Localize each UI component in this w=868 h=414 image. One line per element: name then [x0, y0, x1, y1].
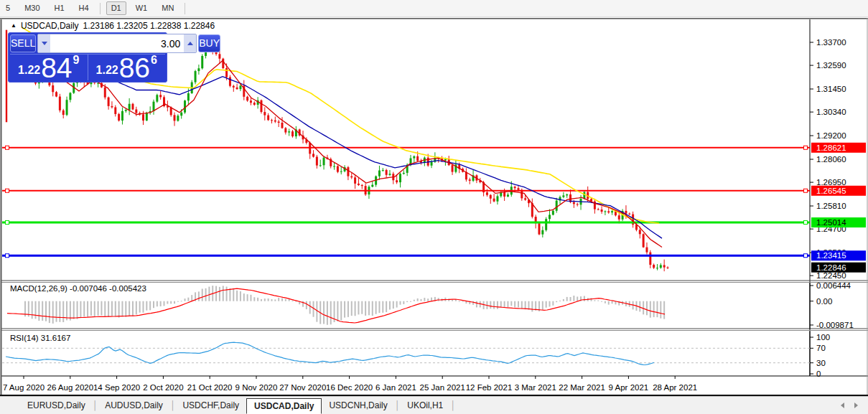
sell-price-big: 84: [41, 56, 72, 80]
buy-price-big: 86: [119, 56, 150, 80]
tab-separator: │: [450, 400, 456, 410]
tabs-scroll-left-button[interactable]: [841, 403, 844, 408]
svg-text:7 Aug 2020: 7 Aug 2020: [3, 383, 45, 392]
macd-panel[interactable]: MACD(12,26,9) -0.007046 -0.0054230.00644…: [7, 281, 854, 329]
svg-text:28 Apr 2021: 28 Apr 2021: [653, 383, 697, 392]
chart-tabs: EURUSD,Daily│AUDUSD,Daily│USDCHF,DailyUS…: [20, 397, 456, 414]
price-line-label: 1.28621: [811, 143, 866, 153]
price-line-label: 1.23415: [811, 250, 866, 260]
svg-text:70: 70: [816, 344, 826, 352]
chart-ohlc-values: 1.23186 1.23205 1.22838 1.22846: [83, 21, 215, 31]
terminal-screen: 1.337001.325901.314501.303401.292001.280…: [0, 0, 868, 414]
sell-button[interactable]: SELL: [10, 34, 36, 52]
tab-eurusd-daily[interactable]: EURUSD,Daily: [20, 397, 93, 413]
svg-text:1.25014: 1.25014: [816, 218, 846, 227]
svg-text:1.29200: 1.29200: [816, 131, 846, 140]
toolbar-separator: [185, 3, 185, 14]
tab-scroll-controls: [841, 397, 858, 414]
svg-text:12 Feb 2021: 12 Feb 2021: [466, 383, 513, 392]
svg-text:1.23415: 1.23415: [816, 251, 846, 260]
timeframe-button-m30[interactable]: M30: [19, 1, 45, 15]
timeframe-button-mn[interactable]: MN: [157, 1, 179, 15]
tab-ukoil-h1[interactable]: UKOil,H1: [400, 397, 450, 413]
triangle-up-icon: [187, 42, 193, 45]
price-line-label: 1.26545: [811, 186, 866, 196]
macd-label: MACD(12,26,9) -0.007046 -0.005423: [10, 284, 146, 293]
timeframe-button-5[interactable]: 5: [1, 1, 15, 15]
svg-text:1.26545: 1.26545: [816, 187, 846, 195]
sell-price-sup: 9: [73, 54, 80, 67]
trade-panel-controls: SELL BUY: [10, 34, 165, 52]
chart-symbol-label: USDCAD,Daily: [21, 21, 79, 31]
collapse-triangle-icon[interactable]: ▲: [11, 23, 17, 29]
svg-text:1.28060: 1.28060: [816, 155, 846, 164]
svg-text:22 Mar 2021: 22 Mar 2021: [559, 383, 605, 392]
buy-price-sup: 6: [151, 54, 157, 67]
tab-audusd-daily[interactable]: AUDUSD,Daily: [98, 397, 170, 413]
tab-separator: │: [93, 400, 98, 410]
svg-text:16 Dec 2020: 16 Dec 2020: [326, 383, 373, 392]
timeframe-button-d1[interactable]: D1: [106, 1, 126, 15]
chart-title: ▲ USDCAD,Daily 1.23186 1.23205 1.22838 1…: [11, 21, 215, 31]
sell-price-prefix: 1.22: [18, 64, 40, 77]
rsi-label: RSI(14) 31.6167: [10, 334, 70, 342]
buy-price[interactable]: 1.22 86 6: [88, 54, 166, 80]
tab-usdchf-daily[interactable]: USDCHF,Daily: [175, 397, 246, 413]
svg-text:1.32590: 1.32590: [816, 61, 846, 70]
horizontal-lines[interactable]: [2, 146, 810, 257]
one-click-trading-panel: SELL BUY 1.22 84 9 1.22 86 6: [8, 32, 167, 83]
svg-text:1.26950: 1.26950: [816, 178, 846, 187]
toolbar-separator: [100, 3, 101, 14]
tab-separator: │: [170, 400, 176, 410]
rsi-panel[interactable]: 10070300RSI(14) 31.6167: [2, 331, 830, 379]
volume-input[interactable]: [50, 34, 184, 52]
svg-text:100: 100: [816, 333, 830, 342]
svg-text:1.33700: 1.33700: [816, 38, 846, 47]
svg-text:9 Nov 2020: 9 Nov 2020: [235, 383, 278, 392]
svg-text:25 Jan 2021: 25 Jan 2021: [420, 383, 465, 392]
sell-price[interactable]: 1.22 84 9: [10, 54, 88, 80]
timeframe-button-h4[interactable]: H4: [74, 1, 94, 15]
svg-text:0.006444: 0.006444: [816, 281, 851, 290]
volume-decrease-button[interactable]: [38, 34, 50, 52]
svg-text:2 Oct 2020: 2 Oct 2020: [143, 383, 183, 392]
timeframe-toolbar: 5M30H1H4D1W1MN: [0, 0, 868, 17]
svg-text:1.31450: 1.31450: [816, 85, 846, 93]
price-line-label: 1.25014: [811, 217, 866, 227]
svg-text:0.00: 0.00: [816, 297, 832, 306]
svg-text:1.22450: 1.22450: [816, 271, 846, 280]
timeframe-button-w1[interactable]: W1: [131, 1, 153, 15]
chart-tabs-bar: EURUSD,Daily│AUDUSD,Daily│USDCHF,DailyUS…: [0, 396, 868, 414]
current-price-label: 1.22846: [811, 263, 866, 273]
svg-text:-0.009871: -0.009871: [816, 321, 854, 329]
svg-text:3 Mar 2021: 3 Mar 2021: [515, 383, 556, 392]
svg-text:0: 0: [816, 370, 821, 378]
volume-increase-button[interactable]: [184, 34, 196, 52]
buy-button[interactable]: BUY: [198, 34, 220, 52]
svg-text:30: 30: [816, 359, 826, 367]
svg-text:9 Apr 2021: 9 Apr 2021: [609, 383, 649, 392]
svg-text:26 Aug 2020: 26 Aug 2020: [47, 383, 94, 392]
svg-text:6 Jan 2021: 6 Jan 2021: [375, 383, 416, 392]
timeframe-button-h1[interactable]: H1: [50, 1, 70, 15]
svg-text:1.22846: 1.22846: [816, 263, 846, 272]
triangle-down-icon: [42, 42, 47, 45]
tab-separator: │: [395, 400, 401, 410]
volume-spinner: [37, 34, 197, 53]
svg-text:21 Oct 2020: 21 Oct 2020: [187, 383, 233, 392]
tab-usdcnh-daily[interactable]: USDCNH,Daily: [322, 397, 394, 413]
svg-text:14 Sep 2020: 14 Sep 2020: [93, 383, 140, 392]
tab-usdcad-daily[interactable]: USDCAD,Daily: [246, 398, 322, 414]
date-axis[interactable]: 7 Aug 202026 Aug 202014 Sep 20202 Oct 20…: [1, 376, 868, 392]
buy-price-prefix: 1.22: [96, 64, 118, 77]
svg-text:1.30340: 1.30340: [816, 108, 846, 116]
trade-panel-prices: 1.22 84 9 1.22 86 6: [10, 54, 165, 80]
svg-text:1.28621: 1.28621: [816, 144, 846, 152]
svg-text:1.25810: 1.25810: [816, 202, 846, 210]
tabs-scroll-right-button[interactable]: [854, 403, 858, 408]
svg-text:27 Nov 2020: 27 Nov 2020: [279, 383, 326, 392]
